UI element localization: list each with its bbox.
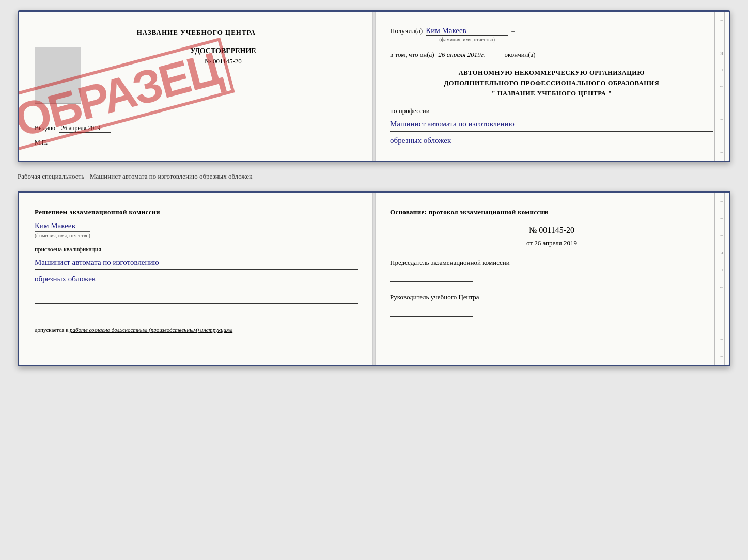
rukovoditel-title: Руководитель учебного Центра: [390, 292, 713, 302]
date-value: 26 апреля 2019г.: [439, 51, 501, 59]
sig-line-3: [35, 338, 358, 349]
mp-label: М.П.: [35, 139, 358, 147]
bottom-doc-left: Решением экзаменационной комиссии Ким Ма…: [19, 193, 375, 365]
from-date: от 26 апреля 2019: [390, 239, 713, 247]
rukovoditel-sig-line: [390, 307, 473, 317]
qualification-line1: Машинист автомата по изготовлению: [35, 255, 358, 270]
protocol-number: № 001145-20: [390, 226, 713, 235]
sig-line-1: [35, 293, 358, 304]
recipient-line: Получил(а) Ким Макеев (фамилия, имя, отч…: [390, 26, 713, 42]
profession-line1: Машинист автомата по изготовлению: [390, 117, 713, 132]
top-document: НАЗВАНИЕ УЧЕБНОГО ЦЕНТРА ОБРАЗЕЦ УДОСТОВ…: [18, 10, 730, 162]
qualification-label: присвоена квалификация: [35, 246, 358, 253]
cert-number: № 001145-20: [88, 57, 358, 66]
recipient-prefix: Получил(а): [390, 27, 423, 35]
sig-line-2: [35, 307, 358, 318]
qualification-block: Машинист автомата по изготовлению обрезн…: [35, 255, 358, 286]
top-doc-left: НАЗВАНИЕ УЧЕБНОГО ЦЕНТРА ОБРАЗЕЦ УДОСТОВ…: [19, 12, 375, 161]
date-line: в том, что он(а) 26 апреля 2019г. окончи…: [390, 51, 713, 59]
osnov-title: Основание: протокол экзаменационной коми…: [390, 207, 713, 217]
photo-placeholder: [35, 47, 81, 104]
issued-date: 26 апреля 2019: [59, 124, 111, 133]
chairman-sig-line: [390, 271, 473, 282]
from-date-value: 26 апреля 2019: [534, 239, 577, 247]
org-block: АВТОНОМНУЮ НЕКОММЕРЧЕСКУЮ ОРГАНИЗАЦИЮ ДО…: [390, 68, 713, 99]
top-doc-right: Получил(а) Ким Макеев (фамилия, имя, отч…: [375, 12, 729, 161]
training-center-title: НАЗВАНИЕ УЧЕБНОГО ЦЕНТРА: [35, 28, 358, 37]
cert-info: УДОСТОВЕРЕНИЕ № 001145-20: [88, 47, 358, 70]
profession-prefix: по профессии: [390, 107, 430, 115]
profession-line2: обрезных обложек: [390, 134, 713, 148]
bottom-document: Решением экзаменационной комиссии Ким Ма…: [18, 191, 730, 366]
from-prefix: от: [526, 239, 533, 247]
decision-title: Решением экзаменационной комиссии: [35, 207, 358, 217]
bottom-side-dashes: – – – и а ← – – – –: [716, 193, 727, 365]
cert-issued: Выдано 26 апреля 2019: [35, 124, 358, 133]
separator-text: Рабочая специальность - Машинист автомат…: [18, 170, 730, 183]
date-suffix: окончил(а): [505, 51, 536, 59]
cert-title: УДОСТОВЕРЕНИЕ: [88, 47, 358, 55]
certificate-box: УДОСТОВЕРЕНИЕ № 001145-20: [35, 47, 358, 104]
date-prefix: в том, что он(а): [390, 51, 434, 59]
chairman-title: Председатель экзаменационной комиссии: [390, 258, 713, 268]
допускается-block: допускается к работе согласно должностны…: [35, 326, 358, 334]
допускается-underline: работе согласно должностным (производств…: [70, 327, 232, 333]
issued-label: Выдано: [35, 124, 55, 132]
dash-after-name: –: [511, 27, 515, 35]
org-line3: " НАЗВАНИЕ УЧЕБНОГО ЦЕНТРА ": [390, 88, 713, 99]
signature-lines: [35, 293, 358, 318]
recipient-name: Ким Макеев: [426, 26, 508, 36]
decision-name: Ким Макеев: [35, 221, 358, 230]
side-dashes: – – и а ← – – – –: [716, 12, 727, 161]
chairman-block: Председатель экзаменационной комиссии: [390, 258, 713, 282]
qualification-line2: обрезных обложек: [35, 272, 358, 286]
rukovoditel-block: Руководитель учебного Центра: [390, 292, 713, 317]
bottom-doc-right: Основание: протокол экзаменационной коми…: [375, 193, 729, 365]
допускается-prefix: допускается к: [35, 327, 68, 333]
decision-person: Ким Макеев (фамилия, имя, отчество): [35, 221, 358, 239]
org-line2: ДОПОЛНИТЕЛЬНОГО ПРОФЕССИОНАЛЬНОГО ОБРАЗО…: [390, 78, 713, 88]
fio-label: (фамилия, имя, отчество): [35, 231, 90, 238]
profession-block: по профессии Машинист автомата по изгото…: [390, 107, 713, 148]
recipient-sublabel: (фамилия, имя, отчество): [426, 37, 508, 42]
org-line1: АВТОНОМНУЮ НЕКОММЕРЧЕСКУЮ ОРГАНИЗАЦИЮ: [390, 68, 713, 78]
